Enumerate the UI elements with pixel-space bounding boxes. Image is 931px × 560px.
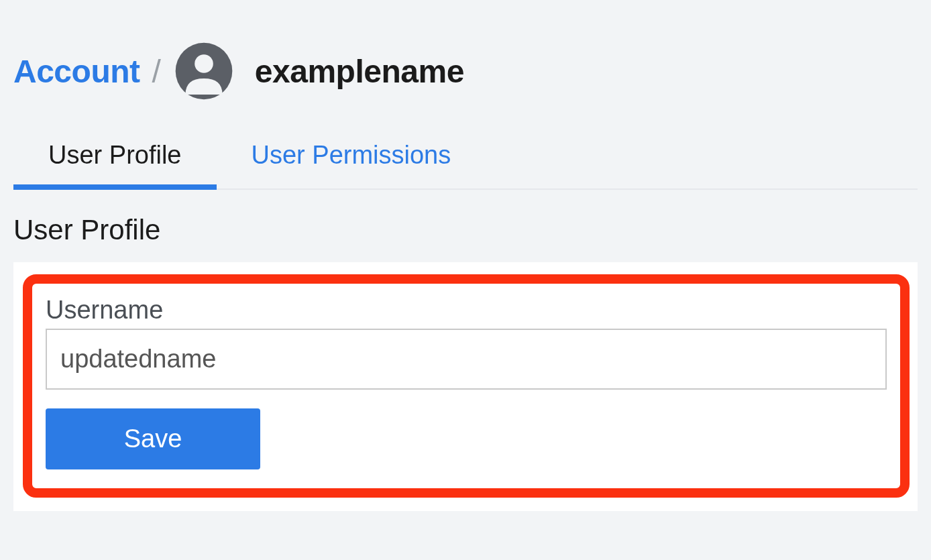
username-label: Username — [46, 296, 887, 325]
tab-user-profile[interactable]: User Profile — [13, 129, 217, 190]
breadcrumb-separator: / — [152, 53, 161, 90]
profile-card: Username Save — [13, 262, 918, 511]
svg-point-1 — [195, 54, 213, 73]
breadcrumb-account-link[interactable]: Account — [13, 53, 140, 90]
username-input[interactable] — [46, 329, 887, 390]
breadcrumb: Account / examplename — [13, 13, 918, 122]
section-title: User Profile — [13, 214, 918, 246]
save-button[interactable]: Save — [46, 408, 260, 469]
user-circle-icon — [173, 40, 235, 102]
tab-user-permissions[interactable]: User Permissions — [217, 129, 486, 190]
tabs: User Profile User Permissions — [13, 129, 918, 190]
highlight-box: Username Save — [23, 274, 910, 498]
breadcrumb-current-user: examplename — [255, 53, 464, 90]
